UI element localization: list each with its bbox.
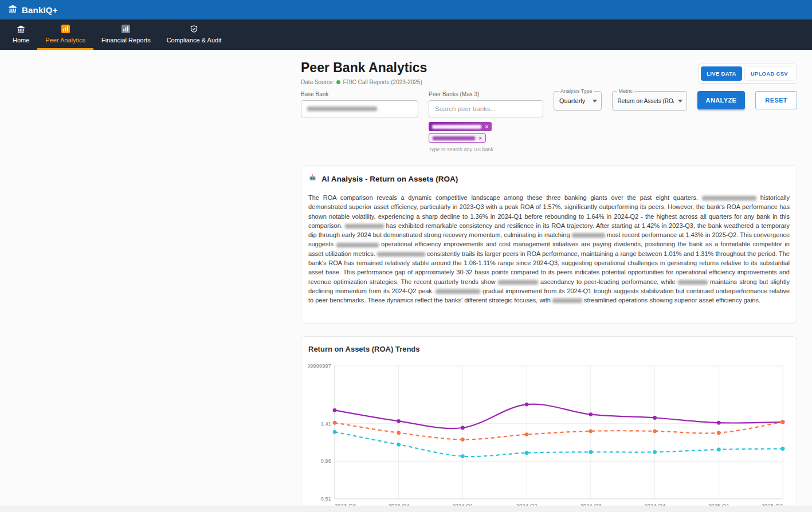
redacted-bank-name — [572, 233, 605, 238]
data-point[interactable] — [397, 431, 401, 435]
base-bank-redacted — [307, 107, 377, 111]
app-header: BankIQ+ — [0, 0, 812, 19]
svg-text:1.41: 1.41 — [321, 420, 332, 426]
peer-banks-label: Peer Banks (Max 3) — [429, 91, 543, 97]
data-point[interactable] — [525, 432, 529, 436]
nav-item-home[interactable]: Home — [5, 19, 37, 50]
analysis-type-select[interactable]: Analysis Type Quarterly — [554, 91, 602, 111]
redacted-bank-name — [433, 136, 475, 140]
roa-trends-card: Return on Assets (ROA) Trends 0.510.961.… — [301, 336, 797, 512]
series-line — [335, 404, 783, 428]
page-title: Peer Bank Analytics — [301, 60, 427, 76]
data-source-label: Data Source: — [301, 79, 334, 85]
series-line — [335, 422, 783, 439]
bank-icon — [17, 25, 25, 34]
analysis-form: Base Bank Peer Banks (Max 3) ×× Type to … — [301, 91, 797, 152]
y-axis-labels: 0.510.961.419999999997 — [308, 363, 331, 502]
data-point[interactable] — [653, 450, 657, 454]
chip-close-icon[interactable]: × — [478, 135, 482, 141]
data-point[interactable] — [333, 420, 337, 424]
chevron-down-icon — [678, 100, 682, 103]
reset-button[interactable]: RESET — [755, 91, 797, 109]
bar-chart-icon — [121, 25, 130, 34]
data-point[interactable] — [717, 420, 721, 424]
data-point[interactable] — [525, 451, 529, 455]
nav-label: Peer Analytics — [45, 37, 85, 44]
nav-item-compliance-audit[interactable]: Compliance & Audit — [159, 19, 230, 50]
data-point[interactable] — [589, 450, 593, 454]
live-status-dot-icon — [336, 80, 340, 84]
nav-label: Compliance & Audit — [167, 37, 222, 44]
bank-logo-icon — [8, 4, 17, 15]
page-head: Peer Bank Analytics Data Source: FDIC Ca… — [301, 50, 797, 85]
nav-item-peer-analytics[interactable]: Peer Analytics — [37, 19, 93, 50]
redacted-bank-name — [678, 280, 708, 285]
data-mode-toggle: LIVE DATA UPLOAD CSV — [698, 64, 797, 84]
data-point[interactable] — [397, 442, 401, 446]
base-bank-label: Base Bank — [301, 91, 418, 97]
base-bank-input[interactable] — [301, 100, 418, 117]
svg-text:0.51: 0.51 — [321, 495, 332, 502]
redacted-bank-name — [336, 243, 379, 247]
peer-banks-hint: Type to search any US bank — [429, 147, 543, 152]
ai-analysis-header: AI Analysis - Return on Assets (ROA) — [308, 174, 790, 184]
data-point[interactable] — [525, 402, 529, 406]
roa-line-chart: 0.510.961.4199999999972023-Q32023-Q42024… — [308, 360, 790, 512]
redacted-bank-name — [702, 196, 756, 200]
data-point[interactable] — [589, 429, 593, 433]
data-point[interactable] — [333, 430, 337, 434]
chip-close-icon[interactable]: × — [485, 124, 488, 130]
data-point[interactable] — [461, 454, 465, 458]
peer-banks-field: Peer Banks (Max 3) ×× Type to search any… — [429, 91, 543, 152]
analysis-type-value: Quarterly — [559, 97, 585, 104]
metric-label: Metric — [617, 88, 635, 94]
redacted-bank-name — [436, 289, 480, 294]
data-source-line: Data Source: FDIC Call Reports (2023-202… — [301, 79, 427, 85]
page-head-left: Peer Bank Analytics Data Source: FDIC Ca… — [301, 60, 427, 85]
upload-csv-button[interactable]: UPLOAD CSV — [744, 66, 794, 81]
data-point[interactable] — [653, 429, 657, 433]
redacted-bank-name — [498, 280, 538, 285]
chart-title: Return on Assets (ROA) Trends — [308, 345, 790, 353]
chevron-down-icon — [593, 100, 597, 103]
data-point[interactable] — [653, 416, 657, 420]
nav-label: Home — [13, 37, 29, 44]
metric-value: Return on Assets (ROA) — [618, 98, 674, 104]
peer-bank-chip[interactable]: × — [429, 133, 486, 143]
redacted-bank-name — [552, 298, 582, 303]
peer-bank-chip[interactable]: × — [429, 122, 492, 131]
live-data-button[interactable]: LIVE DATA — [701, 66, 742, 81]
analyze-button[interactable]: ANALYZE — [697, 91, 746, 109]
data-source-value: FDIC Call Reports (2023-2025) — [343, 79, 422, 85]
data-point[interactable] — [781, 420, 785, 424]
base-bank-field: Base Bank — [301, 91, 418, 117]
data-point[interactable] — [717, 447, 721, 451]
series-line — [335, 432, 783, 456]
analysis-type-label: Analysis Type — [559, 88, 594, 94]
peer-bank-chips: ×× — [429, 122, 543, 143]
horizontal-scrollbar[interactable] — [0, 506, 812, 512]
redacted-bank-name — [432, 125, 481, 129]
data-point[interactable] — [717, 431, 721, 435]
bar-chart-orange-icon — [61, 25, 70, 34]
ai-robot-icon — [308, 174, 317, 184]
ai-analysis-title: AI Analysis - Return on Assets (ROA) — [321, 175, 458, 183]
redacted-bank-name — [377, 252, 425, 257]
peer-banks-search-input[interactable] — [429, 100, 543, 117]
data-point[interactable] — [461, 438, 465, 442]
main-nav: Home Peer Analytics Financial Reports Co… — [0, 19, 812, 50]
shield-check-icon — [190, 25, 198, 34]
nav-item-financial-reports[interactable]: Financial Reports — [93, 19, 159, 50]
svg-text:0.96: 0.96 — [321, 458, 332, 464]
data-point[interactable] — [589, 412, 593, 416]
main-content: Peer Bank Analytics Data Source: FDIC Ca… — [301, 50, 797, 512]
data-point[interactable] — [781, 447, 785, 451]
data-point[interactable] — [333, 408, 337, 412]
metric-select[interactable]: Metric Return on Assets (ROA) — [612, 91, 687, 111]
grid-lines — [335, 366, 783, 499]
redacted-bank-name — [345, 224, 384, 229]
data-point[interactable] — [461, 426, 465, 430]
nav-label: Financial Reports — [101, 37, 151, 44]
data-point[interactable] — [397, 419, 401, 423]
svg-text:9999999997: 9999999997 — [308, 363, 331, 369]
